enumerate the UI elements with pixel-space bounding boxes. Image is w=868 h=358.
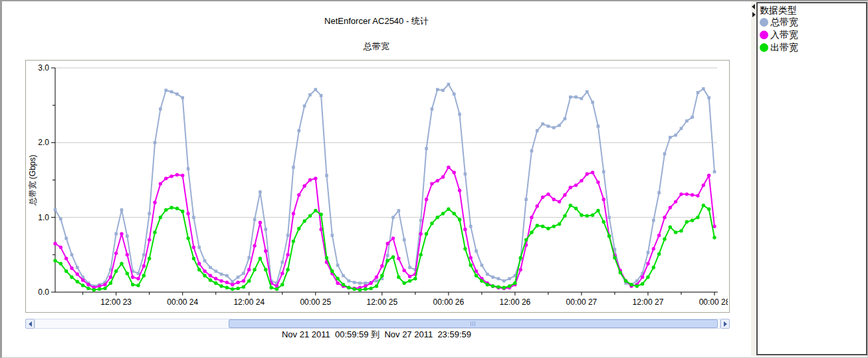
scrollbar-thumb[interactable] [229,319,718,328]
time-range-scrollbar[interactable] [25,319,730,329]
data-point [402,269,405,272]
data-point [369,281,372,285]
data-point [187,167,190,170]
data-point [591,171,594,174]
legend-item-1: 总带宽 [760,16,864,29]
x-tick-label: 00:00 28 [699,297,728,307]
data-point [259,257,262,260]
data-point [552,198,556,201]
data-point [430,222,433,225]
data-point [674,200,677,203]
data-point [375,275,378,279]
data-point [220,273,223,276]
data-point [136,277,140,280]
data-point [164,208,167,212]
data-point [264,250,267,253]
data-point [712,224,716,228]
data-point [563,214,566,218]
data-point [54,208,57,212]
scroll-left-button[interactable] [25,319,35,329]
data-point [70,266,73,269]
data-point [497,277,500,280]
data-point [131,283,134,286]
chart-panel: 0.01.02.03.012:00 2300:00 2412:00 2400:0… [25,60,730,313]
data-point [286,234,290,237]
data-point [109,275,112,279]
data-point [169,206,173,209]
data-point [186,212,189,215]
legend-splitter[interactable] [751,1,756,356]
data-point [59,262,62,266]
data-point [486,283,489,286]
data-point [209,266,212,269]
chart-subtitle: 总带宽 [2,41,751,53]
data-point [59,246,62,249]
data-point [203,269,206,273]
scroll-right-button[interactable] [720,319,730,329]
data-point [685,192,689,196]
data-point [408,275,411,278]
data-point [175,173,179,176]
data-point [652,266,655,269]
data-point [536,224,539,227]
data-point [297,227,300,230]
legend-item-label: 入带宽 [770,29,798,41]
data-point [524,238,528,242]
data-point [475,250,478,253]
scrollbar-track[interactable] [35,319,720,329]
x-tick-label: 00:00 24 [167,297,198,307]
data-point [231,287,234,291]
collapse-right-icon[interactable] [752,12,756,17]
data-point [502,279,506,283]
data-point [391,216,395,219]
data-point [297,129,300,132]
data-point [236,287,239,290]
data-point [635,284,639,287]
data-point [602,220,605,224]
data-point [375,279,378,283]
data-point [92,288,96,291]
data-point [508,284,511,287]
data-point [425,198,428,201]
data-point [159,182,162,185]
data-point [558,222,561,226]
x-tick-label: 00:00 25 [300,297,331,307]
data-point [481,264,484,267]
data-point [331,234,334,237]
data-point [652,247,655,250]
data-point [524,198,528,201]
data-point [413,277,417,280]
data-point [669,136,672,139]
data-point [126,253,129,256]
data-point [646,275,649,279]
data-point [275,287,278,291]
data-point [336,281,339,285]
data-point [458,112,461,116]
data-point [436,88,439,91]
data-point [159,107,162,110]
collapse-left-icon[interactable] [752,4,755,9]
data-point [64,237,68,240]
data-point [175,92,179,96]
data-point [352,287,356,291]
data-point [364,287,367,291]
data-point [70,275,73,279]
data-point [336,277,339,280]
data-point [624,279,627,282]
data-point [469,225,473,228]
data-point [663,238,666,241]
data-point [53,242,56,245]
x-tick-label: 12:00 23 [100,297,132,307]
data-point [685,220,689,224]
data-point [530,216,533,219]
data-point [453,212,456,215]
series-line-入带宽 [55,167,714,288]
data-point [153,230,156,234]
data-point [596,180,599,184]
data-point [541,122,544,126]
data-point [342,274,345,277]
legend-item-label: 总带宽 [770,17,798,29]
data-point [657,252,661,256]
data-point [325,174,328,177]
data-point [707,174,710,177]
